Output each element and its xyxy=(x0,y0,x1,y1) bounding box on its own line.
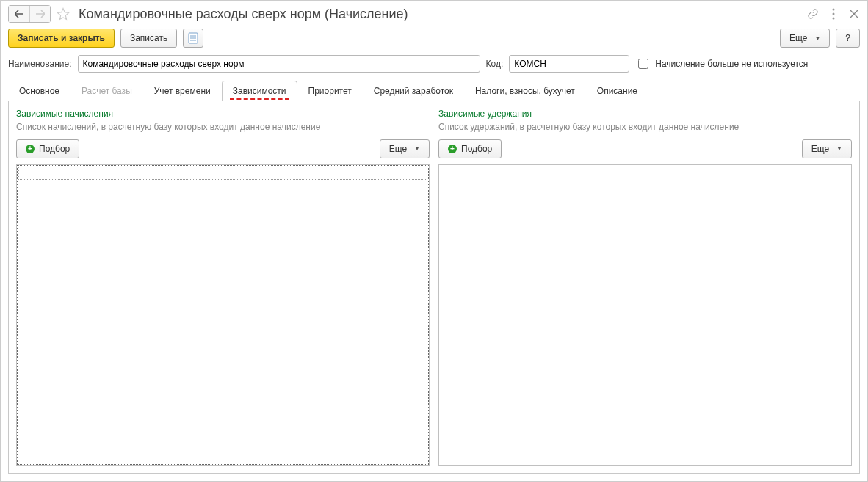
svg-point-2 xyxy=(833,18,835,20)
deps-deductions-pick-label: Подбор xyxy=(461,144,492,154)
deps-accruals-list[interactable] xyxy=(16,164,430,466)
tab-tax[interactable]: Налоги, взносы, бухучет xyxy=(464,81,586,101)
form-row: Наименование: Код: Начисление больше не … xyxy=(1,55,867,80)
tab-desc[interactable]: Описание xyxy=(586,81,648,101)
save-button[interactable]: Записать xyxy=(120,29,177,48)
deps-deductions-pick-button[interactable]: + Подбор xyxy=(438,139,502,158)
document-icon xyxy=(188,32,198,44)
deps-deductions-col: Зависимые удержания Список удержаний, в … xyxy=(438,109,852,466)
save-label: Записать xyxy=(130,33,167,43)
deps-accruals-title: Зависимые начисления xyxy=(16,109,430,119)
plus-icon: + xyxy=(26,145,35,153)
tab-avg[interactable]: Средний заработок xyxy=(363,81,464,101)
nav-buttons xyxy=(8,5,51,23)
tab-time[interactable]: Учет времени xyxy=(143,81,222,101)
svg-point-0 xyxy=(833,9,835,11)
deps-deductions-title: Зависимые удержания xyxy=(438,109,852,119)
arrow-left-icon xyxy=(15,10,23,18)
inactive-label: Начисление больше не используется xyxy=(655,59,808,69)
link-icon[interactable] xyxy=(807,8,819,20)
help-label: ? xyxy=(845,33,850,43)
deps-accruals-pick-button[interactable]: + Подбор xyxy=(16,139,79,158)
deps-deductions-more-button[interactable]: Еще ▼ xyxy=(802,139,852,158)
help-button[interactable]: ? xyxy=(836,29,860,48)
inactive-checkbox[interactable] xyxy=(638,59,648,69)
tabs: Основное Расчет базы Учет времени Зависи… xyxy=(8,80,860,101)
more-label: Еще xyxy=(789,33,807,43)
svg-point-1 xyxy=(833,13,835,15)
window-title: Командировочные расходы сверх норм (Начи… xyxy=(76,7,803,22)
back-button[interactable] xyxy=(9,6,29,22)
code-input[interactable] xyxy=(509,55,629,73)
deps-deductions-toolbar: + Подбор Еще ▼ xyxy=(438,139,852,158)
save-close-label: Записать и закрыть xyxy=(18,33,105,43)
code-label: Код: xyxy=(486,59,504,69)
titlebar: Командировочные расходы сверх норм (Начи… xyxy=(1,1,867,26)
tab-baza: Расчет базы xyxy=(70,81,143,101)
deps-deductions-list[interactable] xyxy=(438,164,852,466)
chevron-down-icon: ▼ xyxy=(414,145,420,152)
deps-accruals-toolbar: + Подбор Еще ▼ xyxy=(16,139,430,158)
favorite-star-icon[interactable] xyxy=(55,6,71,22)
close-icon[interactable] xyxy=(848,8,860,20)
list-row-selected[interactable] xyxy=(18,167,427,180)
chevron-down-icon: ▼ xyxy=(836,145,842,152)
inactive-checkbox-wrap[interactable]: Начисление больше не используется xyxy=(635,56,808,71)
tab-body: Зависимые начисления Список начислений, … xyxy=(8,101,860,474)
report-button[interactable] xyxy=(183,29,203,48)
deps-accruals-more-label: Еще xyxy=(389,144,407,154)
kebab-menu-icon[interactable] xyxy=(828,8,839,20)
deps-accruals-pick-label: Подбор xyxy=(39,144,70,154)
tab-main[interactable]: Основное xyxy=(8,81,70,101)
title-icons xyxy=(807,8,860,20)
name-label: Наименование: xyxy=(8,59,72,69)
forward-button[interactable] xyxy=(29,6,50,22)
arrow-right-icon xyxy=(36,10,45,18)
save-close-button[interactable]: Записать и закрыть xyxy=(8,29,115,48)
deps-accruals-desc: Список начислений, в расчетную базу кото… xyxy=(16,122,430,134)
toolbar: Записать и закрыть Записать Еще ▼ ? xyxy=(1,26,867,55)
tab-deps[interactable]: Зависимости xyxy=(222,81,297,101)
window: Командировочные расходы сверх норм (Начи… xyxy=(0,0,868,482)
deps-deductions-desc: Список удержаний, в расчетную базу котор… xyxy=(438,122,852,134)
tab-priority[interactable]: Приоритет xyxy=(297,81,363,101)
name-input[interactable] xyxy=(78,55,480,73)
chevron-down-icon: ▼ xyxy=(814,35,820,42)
deps-accruals-col: Зависимые начисления Список начислений, … xyxy=(16,109,430,466)
plus-icon: + xyxy=(448,145,457,153)
more-button[interactable]: Еще ▼ xyxy=(780,29,830,48)
deps-deductions-more-label: Еще xyxy=(811,144,829,154)
deps-accruals-more-button[interactable]: Еще ▼ xyxy=(380,139,430,158)
